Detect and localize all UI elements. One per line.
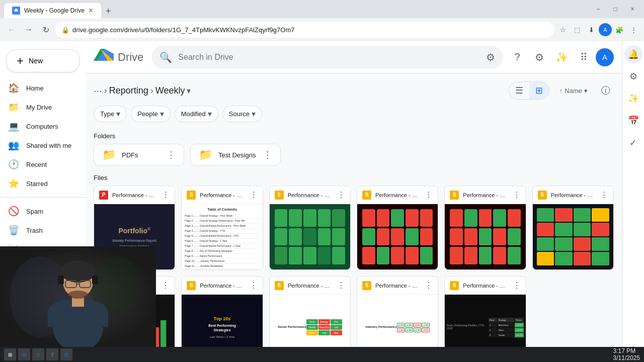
file-name-1: Performance - Wee... <box>200 192 245 198</box>
back-button[interactable]: ← <box>4 22 19 37</box>
sidebar-item-starred[interactable]: ⭐ Starred <box>0 174 82 193</box>
file-more-4[interactable]: ⋮ <box>513 190 521 200</box>
folder-item-testdesigns[interactable]: 📁 Test Designs ⋮ <box>190 144 281 166</box>
file-type-icon-1: S <box>187 191 196 200</box>
filter-type[interactable]: Type ▾ <box>94 106 127 122</box>
tab-close-button[interactable]: × <box>89 7 93 15</box>
file-more-10[interactable]: ⋮ <box>513 281 521 290</box>
file-more-5[interactable]: ⋮ <box>600 190 608 200</box>
filter-modified[interactable]: Modified ▾ <box>175 106 218 122</box>
sidebar-item-trash[interactable]: 🗑️ Trash <box>0 221 82 240</box>
refresh-button[interactable]: ↻ <box>38 22 53 37</box>
file-more-1[interactable]: ⋮ <box>250 190 258 200</box>
new-tab-button[interactable]: + <box>101 4 115 18</box>
help-button[interactable]: ? <box>507 47 527 67</box>
search-input[interactable] <box>178 53 480 62</box>
bookmark-button[interactable]: ☆ <box>556 23 570 36</box>
filter-people[interactable]: People ▾ <box>131 106 170 122</box>
account-avatar[interactable]: A <box>596 48 614 66</box>
file-more-2[interactable]: ⋮ <box>337 190 345 200</box>
taskbar-start[interactable]: ⊞ <box>4 348 16 360</box>
taskbar-time: 3:17 PM 3/11/2025 <box>613 347 640 361</box>
settings-button[interactable]: ⚙ <box>529 47 549 67</box>
right-panel-tasks[interactable]: ✓ <box>624 134 642 152</box>
taskbar-excel[interactable]: X <box>32 348 44 360</box>
spam-icon: 🚫 <box>8 206 19 217</box>
search-filters-icon[interactable]: ⚙ <box>486 51 495 63</box>
active-tab[interactable]: Weekly - Google Drive × <box>4 3 101 18</box>
sidebar-item-spam[interactable]: 🚫 Spam <box>0 202 82 221</box>
right-panel-calendar[interactable]: 📅 <box>624 112 642 130</box>
breadcrumb-parent[interactable]: Reporting <box>109 85 148 96</box>
taskbar-outlook[interactable]: O <box>60 348 72 360</box>
red-grid <box>357 204 438 269</box>
drive-header: Drive 🔍 ⚙ ? ⚙ ✨ ⠿ A <box>86 41 622 73</box>
filter-type-arrow: ▾ <box>116 109 120 119</box>
breadcrumb-more-button[interactable]: ··· <box>94 85 102 97</box>
breadcrumb-current[interactable]: Weekly ▾ <box>155 85 191 96</box>
file-card-3[interactable]: S Performance - Wee... ⋮ <box>357 186 438 270</box>
file-card-5[interactable]: S Performance - Wee... ⋮ <box>532 186 614 270</box>
cast-button[interactable]: ⬚ <box>571 23 584 36</box>
right-panel-gemini[interactable]: ✨ <box>624 89 642 108</box>
folder-more-testdesigns[interactable]: ⋮ <box>263 149 272 160</box>
file-more-7[interactable]: ⋮ <box>250 281 258 290</box>
close-window-button[interactable]: × <box>625 2 640 17</box>
file-more-6[interactable]: ⋮ <box>162 281 170 290</box>
file-preview-4 <box>445 204 525 269</box>
download-button[interactable]: ⬇ <box>585 23 598 36</box>
file-card-2[interactable]: S Performance - Wee... ⋮ <box>269 186 351 270</box>
filter-source[interactable]: Source ▾ <box>222 106 262 122</box>
file-more-3[interactable]: ⋮ <box>425 190 433 200</box>
taskbar-teams[interactable]: T <box>46 348 58 360</box>
minimize-button[interactable]: − <box>591 2 606 17</box>
extensions-button[interactable]: 🧩 <box>613 23 626 36</box>
profile-button[interactable]: A <box>599 23 612 36</box>
grid-view-button[interactable]: ⊞ <box>529 82 549 99</box>
sort-button[interactable]: ↑ Name ▾ <box>553 84 594 98</box>
top10-content: Top 10s Best PerformingStrategies Last W… <box>208 316 235 338</box>
starred-icon: ⭐ <box>8 178 19 189</box>
taskbar: ⊞ W X T O 3:17 PM 3/11/2025 <box>0 347 644 362</box>
taskbar-word[interactable]: W <box>18 348 30 360</box>
file-more-9[interactable]: ⋮ <box>425 281 433 290</box>
folders-section-header: Folders <box>94 128 614 144</box>
main-content: Drive 🔍 ⚙ ? ⚙ ✨ ⠿ A ··· › Reporting <box>86 41 622 362</box>
sidebar-item-home[interactable]: 🏠 Home <box>0 78 82 98</box>
file-more-0[interactable]: ⋮ <box>162 190 170 200</box>
search-bar[interactable]: 🔍 ⚙ <box>151 46 503 69</box>
sidebar-item-mydrive[interactable]: 📁 My Drive <box>0 98 82 117</box>
apps-button[interactable]: ⠿ <box>574 47 594 67</box>
tab-favicon <box>12 7 20 15</box>
sidebar-divider <box>0 197 86 198</box>
shared-icon: 👥 <box>8 140 19 151</box>
file-card-8-header: S Performance - Wee... ⋮ <box>270 277 350 295</box>
file-card-4[interactable]: S Performance - Wee... ⋮ <box>444 186 526 270</box>
sidebar-item-computers[interactable]: 💻 Computers <box>0 117 82 136</box>
file-card-7-header: S Performance - Wee... ⋮ <box>182 277 262 295</box>
right-panel-notifications[interactable]: 🔔 <box>624 45 642 63</box>
file-more-8[interactable]: ⋮ <box>337 281 345 290</box>
file-card-1[interactable]: S Performance - Wee... ⋮ Table of Conten… <box>181 186 263 270</box>
filter-source-arrow: ▾ <box>252 109 256 119</box>
sidebar-item-trash-label: Trash <box>26 227 43 234</box>
menu-button[interactable]: ⋮ <box>627 23 640 36</box>
sort-dropdown-icon: ▾ <box>584 87 588 95</box>
maximize-button[interactable]: □ <box>608 2 623 17</box>
list-view-button[interactable]: ☰ <box>509 82 529 99</box>
breadcrumb-dropdown-icon[interactable]: ▾ <box>187 86 191 96</box>
new-button-label: New <box>29 57 43 65</box>
forward-button[interactable]: → <box>21 22 36 37</box>
right-panel-settings[interactable]: ⚙ <box>624 67 642 85</box>
file-name-2: Performance - Wee... <box>288 192 333 198</box>
gemini-button[interactable]: ✨ <box>551 47 572 67</box>
folder-item-pdfs[interactable]: 📁 PDFs ⋮ <box>94 144 184 166</box>
sidebar-item-recent[interactable]: 🕐 Recent <box>0 155 82 174</box>
new-button[interactable]: + New <box>6 49 79 72</box>
info-button[interactable]: ⓘ <box>598 82 614 99</box>
file-card-10-header: S Performance - Wee... ⋮ <box>445 277 525 295</box>
folder-more-pdfs[interactable]: ⋮ <box>167 149 176 160</box>
files-section-header: Files <box>94 170 614 186</box>
sidebar-item-shared[interactable]: 👥 Shared with me <box>0 136 82 155</box>
address-bar[interactable]: 🔒 drive.google.com/drive/u/0/folders/1G_… <box>55 22 554 38</box>
